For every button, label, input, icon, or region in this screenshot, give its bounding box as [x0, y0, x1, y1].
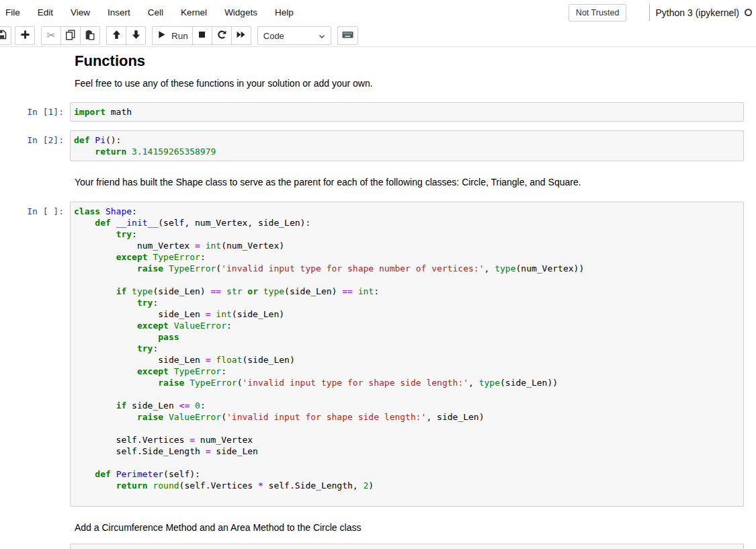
markdown-cell-functions: Functions Feel free to use any of these …: [0, 52, 756, 89]
play-icon: [157, 30, 167, 42]
code-editor[interactable]: class Shape: def __init__(self, num_Vert…: [74, 206, 740, 503]
input-prompt: [0, 544, 70, 549]
input-prompt: In [2]:: [0, 130, 70, 161]
command-palette-button[interactable]: [337, 26, 358, 45]
menu-view[interactable]: View: [62, 7, 99, 17]
menu-file[interactable]: File: [0, 7, 29, 17]
code-editor[interactable]: def Pi(): return 3.14159265358979: [74, 134, 740, 157]
header: File Edit View Insert Cell Kernel Widget…: [0, 0, 756, 47]
save-button[interactable]: [0, 26, 11, 45]
not-trusted-button[interactable]: Not Trusted: [569, 4, 627, 22]
markdown-content[interactable]: Your friend has built the Shape class to…: [70, 177, 744, 188]
markdown-content[interactable]: Functions Feel free to use any of these …: [70, 52, 744, 89]
interrupt-kernel-button[interactable]: [192, 26, 212, 45]
move-cell-up-button[interactable]: [106, 26, 126, 45]
markdown-prompt: [0, 522, 70, 534]
menu-help[interactable]: Help: [266, 7, 302, 17]
fast-forward-icon: [236, 30, 246, 42]
menubar: File Edit View Insert Cell Kernel Widget…: [0, 0, 756, 25]
run-button[interactable]: Run: [152, 26, 193, 45]
stop-icon: [197, 30, 207, 42]
refresh-icon: [216, 30, 227, 42]
menu-kernel[interactable]: Kernel: [172, 7, 216, 17]
copy-icon: [65, 30, 76, 42]
menu-cell[interactable]: Cell: [139, 7, 172, 17]
notebook-area: Functions Feel free to use any of these …: [0, 47, 756, 549]
chevron-down-icon: [319, 31, 325, 41]
markdown-cell-circle-task: Add a Circumference Method and an Area M…: [0, 522, 756, 534]
menubar-right: Not Trusted Python 3 (ipykernel): [569, 4, 756, 22]
restart-run-all-button[interactable]: [231, 26, 251, 45]
menu-edit[interactable]: Edit: [29, 7, 62, 17]
code-cell-1: In [1]: import math: [0, 102, 756, 122]
code-input[interactable]: class Shape: def __init__(self, num_Vert…: [70, 202, 744, 507]
paste-cells-button[interactable]: [80, 26, 100, 45]
kernel-idle-icon: [745, 9, 752, 16]
menu-insert[interactable]: Insert: [99, 7, 139, 17]
markdown-heading: Functions: [75, 52, 744, 70]
code-input[interactable]: [70, 544, 744, 549]
arrow-down-icon: [131, 30, 141, 42]
code-cell-partial: [0, 544, 756, 549]
scissors-icon: ✂: [46, 30, 55, 41]
code-cell-shape-class: In [ ]: class Shape: def __init__(self, …: [0, 202, 756, 507]
markdown-paragraph: Add a Circumference Method and an Area M…: [75, 522, 744, 534]
code-cell-2: In [2]: def Pi(): return 3.1415926535897…: [0, 130, 756, 161]
notebook-app: File Edit View Insert Cell Kernel Widget…: [0, 0, 756, 549]
kernel-separator: [649, 5, 650, 21]
plus-icon: [20, 30, 30, 42]
floppy-icon: [0, 30, 7, 42]
markdown-paragraph: Your friend has built the Shape class to…: [75, 177, 744, 188]
copy-cells-button[interactable]: [60, 26, 81, 45]
restart-kernel-button[interactable]: [212, 26, 232, 45]
insert-cell-button[interactable]: [15, 26, 35, 45]
input-prompt: In [1]:: [0, 102, 70, 122]
paste-icon: [85, 30, 95, 42]
menu-widgets[interactable]: Widgets: [216, 7, 266, 17]
markdown-content[interactable]: Add a Circumference Method and an Area M…: [70, 522, 744, 534]
move-cell-down-button[interactable]: [126, 26, 146, 45]
code-editor[interactable]: import math: [74, 106, 740, 118]
markdown-paragraph: Feel free to use any of these functions …: [75, 78, 744, 89]
code-input[interactable]: import math: [70, 102, 744, 122]
keyboard-icon: [342, 30, 353, 42]
code-input[interactable]: def Pi(): return 3.14159265358979: [70, 130, 744, 161]
markdown-prompt: [0, 52, 70, 89]
cell-type-select[interactable]: Code: [257, 26, 331, 45]
toolbar: ✂ Run: [0, 25, 756, 47]
cell-type-value: Code: [263, 31, 284, 41]
input-prompt: In [ ]:: [0, 202, 70, 507]
run-label: Run: [171, 31, 188, 41]
kernel-name: Python 3 (ipykernel): [655, 7, 739, 18]
arrow-up-icon: [112, 30, 122, 42]
markdown-cell-shape-intro: Your friend has built the Shape class to…: [0, 177, 756, 188]
cut-cells-button[interactable]: ✂: [41, 26, 61, 45]
markdown-prompt: [0, 177, 70, 188]
